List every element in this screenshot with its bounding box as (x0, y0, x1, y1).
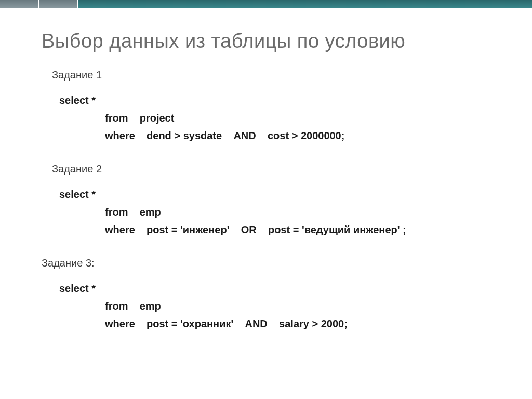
where-keyword: where (105, 224, 135, 235)
condition: post = 'инженер' (147, 224, 229, 235)
condition: post = 'охранник' (147, 318, 233, 329)
or-keyword: OR (241, 224, 257, 235)
task-label: Задание 1 (52, 69, 501, 81)
select-keyword: select * (59, 95, 96, 106)
table-name: emp (140, 206, 161, 218)
task-label: Задание 2 (52, 163, 501, 175)
code-line: select * (59, 185, 501, 203)
condition: dend > sysdate (147, 130, 222, 141)
code-line: from project (105, 109, 501, 127)
from-keyword: from (105, 112, 128, 124)
slide-content: Выбор данных из таблицы по условию Задан… (0, 8, 532, 332)
select-keyword: select * (59, 189, 96, 200)
top-bar-segment (0, 0, 39, 8)
task-block-2: Задание 2 select * from emp where post =… (42, 163, 501, 238)
code-line: select * (59, 280, 501, 297)
sql-code: select * from emp where post = 'инженер'… (59, 185, 501, 238)
code-line: where post = 'инженер' OR post = 'ведущи… (105, 221, 501, 238)
where-keyword: where (105, 130, 135, 141)
code-line: from emp (105, 203, 501, 221)
task-block-3: Задание 3: select * from emp where post … (42, 257, 501, 332)
slide-title: Выбор данных из таблицы по условию (42, 30, 501, 52)
task-block-1: Задание 1 select * from project where de… (42, 69, 501, 144)
table-name: project (140, 112, 175, 124)
top-bar-segment (78, 0, 532, 8)
condition: post = 'ведущий инженер' ; (268, 224, 406, 235)
top-bar-segment (39, 0, 78, 8)
table-name: emp (140, 300, 161, 312)
slide-top-bar (0, 0, 532, 8)
condition: salary > 2000; (279, 318, 348, 329)
from-keyword: from (105, 300, 128, 312)
sql-code: select * from emp where post = 'охранник… (59, 280, 501, 332)
code-line: from emp (105, 297, 501, 315)
sql-code: select * from project where dend > sysda… (59, 91, 501, 144)
and-keyword: AND (233, 130, 256, 141)
code-line: where post = 'охранник' AND salary > 200… (105, 315, 501, 332)
and-keyword: AND (245, 318, 267, 329)
task-label: Задание 3: (42, 257, 501, 269)
condition: cost > 2000000; (268, 130, 344, 141)
where-keyword: where (105, 318, 135, 329)
code-line: where dend > sysdate AND cost > 2000000; (105, 127, 501, 144)
code-line: select * (59, 91, 501, 109)
select-keyword: select * (59, 283, 96, 294)
from-keyword: from (105, 206, 128, 218)
